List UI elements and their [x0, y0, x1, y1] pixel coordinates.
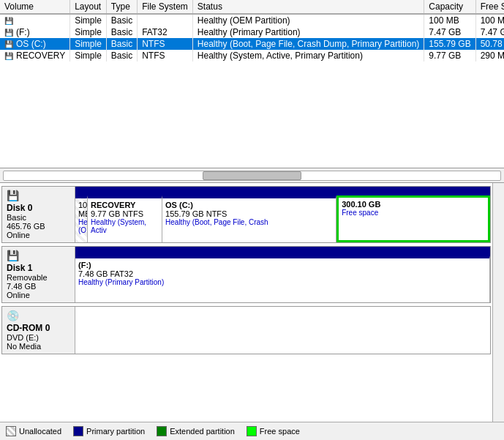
cell-type: Basic	[106, 50, 137, 61]
disk-status: No Media	[7, 342, 70, 351]
cell-type: Basic	[106, 14, 137, 26]
partition-name: RECOVERY	[91, 201, 159, 209]
cell-filesystem: FAT32	[138, 26, 193, 38]
legend-unallocated-label: Unallocated	[19, 427, 61, 436]
cell-layout: Simple	[70, 50, 107, 61]
table-row[interactable]: 💾(F:)SimpleBasicFAT32Healthy (Primary Pa…	[0, 26, 504, 38]
col-capacity[interactable]: Capacity	[424, 0, 475, 14]
disk-status: Online	[7, 231, 70, 239]
partition-block[interactable]: 100 MBHealthy (O...	[75, 195, 88, 242]
table-row[interactable]: 💾SimpleBasicHealthy (OEM Partition)100 M…	[0, 14, 504, 26]
disk-icon: 💾	[4, 29, 13, 37]
cell-type: Basic	[106, 38, 137, 50]
table-row[interactable]: 💾RECOVERYSimpleBasicNTFSHealthy (System,…	[0, 50, 504, 61]
cell-capacity: 9.77 GB	[424, 50, 475, 61]
cell-status: Healthy (Boot, Page File, Crash Dump, Pr…	[192, 38, 424, 50]
disk-label: 💾Disk 1Removable7.48 GBOnline	[2, 247, 75, 302]
col-volume[interactable]: Volume	[0, 0, 70, 14]
legend-extended: Extended partition	[157, 426, 235, 436]
col-status[interactable]: Status	[192, 0, 424, 14]
table-row[interactable]: 💾OS (C:)SimpleBasicNTFSHealthy (Boot, Pa…	[0, 38, 504, 50]
cell-status: Healthy (Primary Partition)	[192, 26, 424, 38]
disk-icon: 💾	[4, 40, 13, 48]
legend-extended-label: Extended partition	[170, 427, 235, 436]
cell-freespace: 50.78 GB	[475, 38, 504, 50]
cell-freespace: 100 MB	[475, 14, 504, 26]
partitions-container: (F:)7.48 GB FAT32Healthy (Primary Partit…	[75, 247, 490, 302]
disk-icon: 💾	[4, 17, 13, 25]
scroll-track[interactable]	[3, 171, 501, 181]
col-layout[interactable]: Layout	[70, 0, 107, 14]
partition-block[interactable]: 300.10 GBFree space	[336, 195, 490, 242]
disk-row: 💾Disk 1Removable7.48 GBOnline(F:)7.48 GB…	[1, 246, 491, 303]
col-freespace[interactable]: Free Space	[475, 0, 504, 14]
disk-size: 7.48 GB	[7, 282, 70, 291]
cell-type: Basic	[106, 26, 137, 38]
cell-filesystem: NTFS	[138, 50, 193, 61]
partition-status: Free space	[342, 209, 485, 217]
partition-status: Healthy (O...	[78, 218, 84, 234]
partitions-container	[75, 307, 490, 354]
disk-label: 💿CD-ROM 0DVD (E:)No Media	[2, 307, 75, 354]
cell-layout: Simple	[70, 14, 107, 26]
legend-primary-label: Primary partition	[86, 427, 145, 436]
swatch-freespace	[247, 426, 257, 436]
disk-table: Volume Layout Type File System Status Ca…	[0, 0, 504, 61]
volume-name: RECOVERY	[16, 51, 65, 61]
legend-bar: Unallocated Primary partition Extended p…	[0, 422, 504, 440]
cell-volume: 💾RECOVERY	[0, 50, 70, 61]
vertical-scrollbar[interactable]	[492, 183, 504, 422]
legend-freespace-label: Free space	[260, 427, 300, 436]
partition-name: (F:)	[78, 261, 486, 269]
main-container: Volume Layout Type File System Status Ca…	[0, 0, 504, 440]
partition-table-area: Volume Layout Type File System Status Ca…	[0, 0, 504, 168]
disk-bar-top	[75, 247, 490, 256]
disk-graphical-area: 💾Disk 0Basic465.76 GBOnline100 MBHealthy…	[0, 183, 504, 422]
swatch-extended	[157, 426, 167, 436]
partition-size: 9.77 GB NTFS	[91, 209, 159, 218]
disk-device-icon: 💾	[7, 250, 70, 261]
col-filesystem[interactable]: File System	[138, 0, 193, 14]
partition-status: Healthy (Boot, Page File, Crash	[165, 218, 333, 226]
disk-type: Removable	[7, 273, 70, 282]
partition-block[interactable]: OS (C:)155.79 GB NTFSHealthy (Boot, Page…	[162, 195, 336, 242]
partition-block[interactable]: (F:)7.48 GB FAT32Healthy (Primary Partit…	[75, 256, 490, 302]
disk-type: DVD (E:)	[7, 333, 70, 342]
partition-block[interactable]: RECOVERY9.77 GB NTFSHealthy (System, Act…	[88, 195, 162, 242]
scroll-thumb[interactable]	[203, 171, 302, 180]
cell-freespace: 290 MB	[475, 50, 504, 61]
disk-scroll[interactable]: 💾Disk 0Basic465.76 GBOnline100 MBHealthy…	[0, 183, 492, 422]
disk-label: 💾Disk 0Basic465.76 GBOnline	[2, 187, 75, 242]
col-type[interactable]: Type	[106, 0, 137, 14]
disk-row: 💾Disk 0Basic465.76 GBOnline100 MBHealthy…	[1, 186, 491, 243]
cell-freespace: 7.47 GB	[475, 26, 504, 38]
horizontal-scroll-area[interactable]	[0, 168, 504, 183]
cell-filesystem: NTFS	[138, 38, 193, 50]
cell-volume: 💾(F:)	[0, 26, 70, 38]
cd-content	[75, 307, 490, 321]
volume-name: OS (C:)	[16, 39, 46, 49]
disk-row: 💿CD-ROM 0DVD (E:)No Media	[1, 306, 491, 354]
disk-status: Online	[7, 291, 70, 299]
cell-capacity: 7.47 GB	[424, 26, 475, 38]
disk-name: CD-ROM 0	[7, 323, 70, 333]
partition-name: OS (C:)	[165, 201, 333, 209]
legend-freespace: Free space	[247, 426, 300, 436]
cell-layout: Simple	[70, 26, 107, 38]
partition-size: 155.79 GB NTFS	[165, 209, 333, 218]
cell-layout: Simple	[70, 38, 107, 50]
legend-unallocated: Unallocated	[6, 426, 61, 436]
partition-name: 300.10 GB	[342, 200, 485, 209]
disk-name: Disk 0	[7, 203, 70, 213]
disk-device-icon: 💾	[7, 190, 70, 201]
cell-status: Healthy (System, Active, Primary Partiti…	[192, 50, 424, 61]
partition-size: 100 MB	[78, 201, 84, 218]
cell-filesystem	[138, 14, 193, 26]
partitions-container: 100 MBHealthy (O...RECOVERY9.77 GB NTFSH…	[75, 187, 490, 242]
cell-capacity: 155.79 GB	[424, 38, 475, 50]
disk-type: Basic	[7, 213, 70, 222]
disk-size: 465.76 GB	[7, 222, 70, 231]
partition-size: 7.48 GB FAT32	[78, 269, 486, 278]
disk-bar-top	[75, 187, 490, 195]
disk-device-icon: 💿	[7, 310, 70, 321]
